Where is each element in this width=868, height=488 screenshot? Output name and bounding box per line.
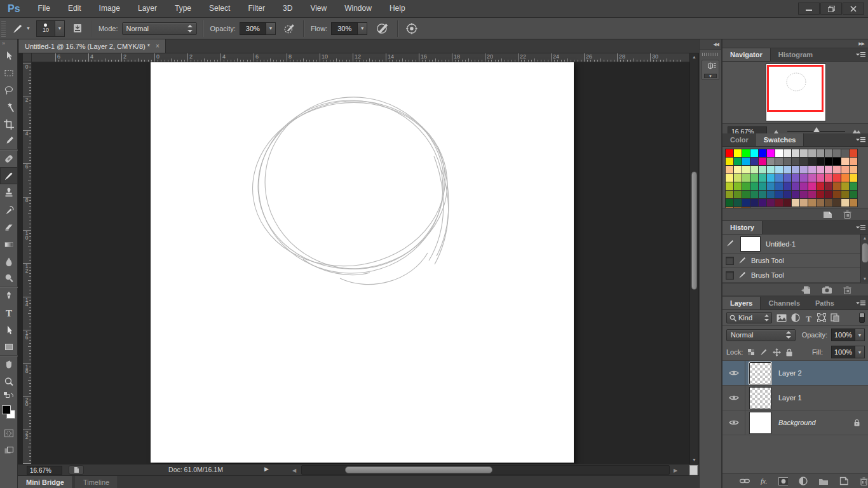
- swatch[interactable]: [742, 166, 750, 173]
- brush-tool-icon[interactable]: ▼: [10, 21, 32, 36]
- layer-thumbnail[interactable]: [749, 412, 771, 434]
- layer-row[interactable]: Layer 1: [722, 386, 868, 410]
- swatch[interactable]: [759, 199, 766, 207]
- swatch[interactable]: [775, 158, 783, 165]
- swatch[interactable]: [775, 166, 783, 173]
- vertical-scrollbar[interactable]: ▲ ▼: [689, 53, 698, 464]
- crop-tool[interactable]: [0, 116, 18, 133]
- swatch[interactable]: [775, 182, 783, 190]
- swatch[interactable]: [808, 191, 816, 198]
- hand-tool[interactable]: [0, 356, 18, 373]
- layer-row[interactable]: Background: [722, 410, 868, 435]
- swatch[interactable]: [750, 149, 758, 157]
- swatch[interactable]: [841, 191, 849, 198]
- new-snapshot-icon[interactable]: [822, 285, 832, 294]
- swatch[interactable]: [808, 182, 816, 190]
- visibility-eye-icon[interactable]: [722, 386, 745, 410]
- swatch[interactable]: [734, 199, 742, 207]
- swatch[interactable]: [726, 158, 733, 165]
- new-swatch-icon[interactable]: [823, 210, 832, 219]
- swatch[interactable]: [841, 149, 849, 157]
- swatch[interactable]: [817, 166, 824, 173]
- chevron-down-icon[interactable]: ▼: [55, 20, 65, 37]
- swatch[interactable]: [775, 149, 783, 157]
- status-options-icon[interactable]: ▶: [264, 466, 269, 472]
- 3d-panel-icon[interactable]: ▼: [702, 60, 719, 80]
- collapse-panels-icon[interactable]: ▶▶: [722, 39, 868, 48]
- menu-type[interactable]: Type: [166, 0, 200, 17]
- toolbar-collapse-button[interactable]: »: [0, 39, 17, 47]
- history-state-row[interactable]: Brush Tool: [722, 268, 868, 283]
- layer-name[interactable]: Layer 2: [778, 369, 802, 377]
- dodge-tool[interactable]: [0, 270, 18, 287]
- swatch[interactable]: [792, 166, 799, 173]
- swatch[interactable]: [767, 191, 775, 198]
- swatch[interactable]: [825, 182, 832, 190]
- eraser-tool[interactable]: [0, 219, 18, 236]
- chevron-down-icon[interactable]: ▼: [855, 329, 865, 341]
- tab-history[interactable]: History: [722, 221, 763, 234]
- swatch[interactable]: [783, 166, 791, 173]
- tab-histogram[interactable]: Histogram: [771, 48, 820, 61]
- panel-menu-icon[interactable]: [856, 300, 865, 307]
- swatch[interactable]: [767, 182, 775, 190]
- chevron-down-icon[interactable]: ▼: [358, 22, 367, 35]
- swatch[interactable]: [841, 199, 849, 207]
- swatch[interactable]: [792, 158, 799, 165]
- link-layers-icon[interactable]: [740, 477, 750, 485]
- swatch[interactable]: [850, 191, 857, 198]
- blur-tool[interactable]: [0, 253, 18, 270]
- minimize-icon[interactable]: [798, 3, 820, 15]
- zoom-tool[interactable]: [0, 373, 18, 390]
- panel-menu-icon[interactable]: [856, 137, 865, 144]
- restore-icon[interactable]: [820, 3, 842, 15]
- mode-select[interactable]: Normal: [122, 22, 197, 35]
- swatch[interactable]: [742, 191, 750, 198]
- swatch[interactable]: [800, 149, 808, 157]
- foreground-color-swatch[interactable]: [2, 405, 11, 414]
- scroll-down-icon[interactable]: ▼: [861, 275, 868, 283]
- rectangular-marquee-tool[interactable]: [0, 64, 18, 81]
- visibility-eye-icon[interactable]: [722, 410, 745, 435]
- swatch[interactable]: [825, 174, 832, 182]
- pixel-filter-icon[interactable]: [776, 314, 787, 322]
- swatch[interactable]: [767, 166, 775, 173]
- ruler-corner[interactable]: [23, 53, 32, 62]
- swatch[interactable]: [750, 158, 758, 165]
- swatch[interactable]: [817, 149, 824, 157]
- lasso-tool[interactable]: [0, 81, 18, 98]
- swatch[interactable]: [734, 158, 742, 165]
- swatch[interactable]: [759, 149, 766, 157]
- chevron-down-icon[interactable]: ▼: [266, 22, 276, 35]
- layer-opacity-field[interactable]: 100% ▼: [831, 329, 865, 341]
- swatch[interactable]: [750, 166, 758, 173]
- swatch[interactable]: [775, 174, 783, 182]
- swatch[interactable]: [850, 174, 857, 182]
- swap-colors-icon[interactable]: [0, 390, 18, 403]
- spot-healing-brush-tool[interactable]: [0, 150, 18, 167]
- swatch[interactable]: [734, 174, 742, 182]
- swatch[interactable]: [750, 182, 758, 190]
- opacity-field[interactable]: 30% ▼: [240, 22, 276, 35]
- swatch[interactable]: [808, 199, 816, 207]
- swatch[interactable]: [833, 158, 841, 165]
- swatch[interactable]: [817, 191, 824, 198]
- expand-panels-icon[interactable]: ◀◀: [700, 39, 721, 50]
- swatch[interactable]: [792, 191, 799, 198]
- swatch[interactable]: [792, 199, 799, 207]
- swatch[interactable]: [800, 182, 808, 190]
- scroll-right-icon[interactable]: ▶: [674, 468, 677, 473]
- brush-tool[interactable]: [0, 167, 18, 184]
- swatch[interactable]: [726, 191, 733, 198]
- swatch[interactable]: [833, 182, 841, 190]
- swatch[interactable]: [817, 174, 824, 182]
- swatch[interactable]: [825, 149, 832, 157]
- brush-preset-picker-icon[interactable]: 10 ▼: [36, 20, 65, 37]
- tab-navigator[interactable]: Navigator: [722, 48, 771, 61]
- swatch[interactable]: [767, 149, 775, 157]
- layer-mask-icon[interactable]: [778, 477, 789, 485]
- new-group-icon[interactable]: [818, 477, 829, 485]
- smart-object-filter-icon[interactable]: [831, 313, 839, 322]
- history-state-row[interactable]: Brush Tool: [722, 254, 868, 268]
- swatch[interactable]: [726, 174, 733, 182]
